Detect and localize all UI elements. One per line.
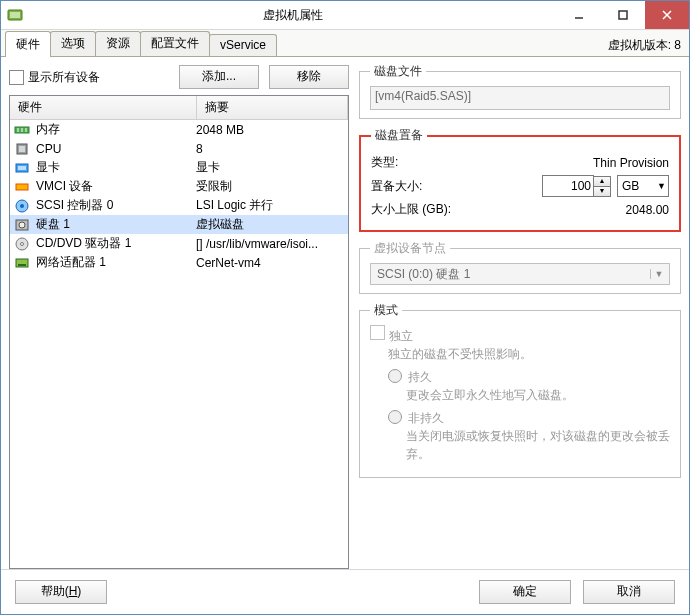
hardware-list-header: 硬件 摘要 <box>10 96 348 120</box>
add-button[interactable]: 添加... <box>179 65 259 89</box>
disk-file-group: 磁盘文件 [vm4(Raid5.SAS)] <box>359 63 681 119</box>
svg-rect-3 <box>619 11 627 19</box>
persistent-label: 持久 <box>408 370 432 384</box>
hw-summary: LSI Logic 并行 <box>196 197 344 214</box>
hw-summary: 受限制 <box>196 178 344 195</box>
svg-rect-14 <box>16 184 28 190</box>
hw-name: 硬盘 1 <box>36 216 196 233</box>
col-summary: 摘要 <box>197 96 348 119</box>
tab-vservice[interactable]: vService <box>209 34 277 56</box>
tab-options[interactable]: 选项 <box>50 31 96 56</box>
hw-name: 显卡 <box>36 159 196 176</box>
persistent-radio <box>388 369 402 383</box>
nonpersistent-help: 当关闭电源或恢复快照时，对该磁盘的更改会被丢弃。 <box>406 427 670 463</box>
disk-icon <box>14 217 30 233</box>
cancel-button[interactable]: 取消 <box>583 580 675 604</box>
hardware-row[interactable]: VMCI 设备受限制 <box>10 177 348 196</box>
hw-name: SCSI 控制器 0 <box>36 197 196 214</box>
hw-summary: 显卡 <box>196 159 344 176</box>
max-size-value: 2048.00 <box>626 203 669 217</box>
show-all-checkbox[interactable] <box>9 70 24 85</box>
svg-point-16 <box>20 204 24 208</box>
type-value: Thin Provision <box>593 156 669 170</box>
scsi-icon <box>14 198 30 214</box>
svg-rect-13 <box>18 166 26 170</box>
chevron-down-icon: ▼ <box>657 181 666 191</box>
type-label: 类型: <box>371 154 593 171</box>
maximize-button[interactable] <box>601 1 645 29</box>
hardware-list: 硬件 摘要 内存2048 MBCPU8显卡显卡VMCI 设备受限制SCSI 控制… <box>9 95 349 569</box>
svg-point-18 <box>19 222 25 228</box>
hw-summary: 虚拟磁盘 <box>196 216 344 233</box>
close-button[interactable] <box>645 1 689 29</box>
nonpersistent-radio <box>388 410 402 424</box>
hardware-row[interactable]: SCSI 控制器 0LSI Logic 并行 <box>10 196 348 215</box>
disk-provision-legend: 磁盘置备 <box>371 127 427 144</box>
tab-hardware[interactable]: 硬件 <box>5 31 51 57</box>
svg-point-20 <box>21 242 24 245</box>
show-all-label: 显示所有设备 <box>28 69 100 86</box>
tab-row: 硬件 选项 资源 配置文件 vService 虚拟机版本: 8 <box>1 30 689 57</box>
window-title: 虚拟机属性 <box>29 7 557 24</box>
independent-help: 独立的磁盘不受快照影响。 <box>388 345 670 363</box>
disk-provision-group: 磁盘置备 类型: Thin Provision 置备大小: ▲▼ GB▼ <box>359 127 681 232</box>
chevron-down-icon: ▼ <box>650 269 667 279</box>
ok-button[interactable]: 确定 <box>479 580 571 604</box>
video-icon <box>14 160 30 176</box>
svg-rect-22 <box>18 264 26 266</box>
svg-rect-1 <box>10 12 20 18</box>
svg-rect-9 <box>25 128 27 132</box>
hw-summary: CerNet-vm4 <box>196 256 344 270</box>
size-unit-select[interactable]: GB▼ <box>617 175 669 197</box>
cd-icon <box>14 236 30 252</box>
svg-rect-11 <box>19 146 25 152</box>
independent-checkbox <box>370 325 385 340</box>
remove-button[interactable]: 移除 <box>269 65 349 89</box>
max-size-label: 大小上限 (GB): <box>371 201 626 218</box>
nonpersistent-label: 非持久 <box>408 411 444 425</box>
virtual-node-select: SCSI (0:0) 硬盘 1 ▼ <box>370 263 670 285</box>
hardware-row[interactable]: CPU8 <box>10 139 348 158</box>
vmci-icon <box>14 179 30 195</box>
provisioned-size-label: 置备大小: <box>371 178 542 195</box>
size-down[interactable]: ▼ <box>594 186 610 196</box>
mode-legend: 模式 <box>370 302 402 319</box>
tab-profile[interactable]: 配置文件 <box>140 31 210 56</box>
hw-name: 内存 <box>36 121 196 138</box>
persistent-help: 更改会立即永久性地写入磁盘。 <box>406 386 670 404</box>
size-up[interactable]: ▲ <box>594 177 610 186</box>
nic-icon <box>14 255 30 271</box>
hw-name: 网络适配器 1 <box>36 254 196 271</box>
independent-label: 独立 <box>389 329 413 343</box>
disk-file-legend: 磁盘文件 <box>370 63 426 80</box>
vm-version-label: 虚拟机版本: 8 <box>608 37 689 56</box>
disk-file-field: [vm4(Raid5.SAS)] <box>370 86 670 110</box>
help-button[interactable]: 帮助(H) <box>15 580 107 604</box>
ram-icon <box>14 122 30 138</box>
provisioned-size-input[interactable] <box>542 175 594 197</box>
hardware-row[interactable]: 内存2048 MB <box>10 120 348 139</box>
hardware-row[interactable]: 网络适配器 1CerNet-vm4 <box>10 253 348 272</box>
hardware-row[interactable]: 硬盘 1虚拟磁盘 <box>10 215 348 234</box>
minimize-button[interactable] <box>557 1 601 29</box>
hw-name: CD/DVD 驱动器 1 <box>36 235 196 252</box>
provisioned-size-stepper[interactable]: ▲▼ <box>542 175 611 197</box>
svg-rect-8 <box>21 128 23 132</box>
vm-app-icon <box>7 7 23 23</box>
hw-summary: [] /usr/lib/vmware/isoi... <box>196 237 344 251</box>
hw-summary: 8 <box>196 142 344 156</box>
hw-name: VMCI 设备 <box>36 178 196 195</box>
svg-rect-7 <box>17 128 19 132</box>
mode-group: 模式 独立 独立的磁盘不受快照影响。 持久 更改会立即永久性地写入磁盘。 非持久… <box>359 302 681 478</box>
cpu-icon <box>14 141 30 157</box>
col-hardware: 硬件 <box>10 96 197 119</box>
hardware-row[interactable]: CD/DVD 驱动器 1[] /usr/lib/vmware/isoi... <box>10 234 348 253</box>
hw-summary: 2048 MB <box>196 123 344 137</box>
virtual-node-group: 虚拟设备节点 SCSI (0:0) 硬盘 1 ▼ <box>359 240 681 294</box>
tab-resources[interactable]: 资源 <box>95 31 141 56</box>
hardware-row[interactable]: 显卡显卡 <box>10 158 348 177</box>
titlebar: 虚拟机属性 <box>1 1 689 30</box>
virtual-node-legend: 虚拟设备节点 <box>370 240 450 257</box>
hw-name: CPU <box>36 142 196 156</box>
